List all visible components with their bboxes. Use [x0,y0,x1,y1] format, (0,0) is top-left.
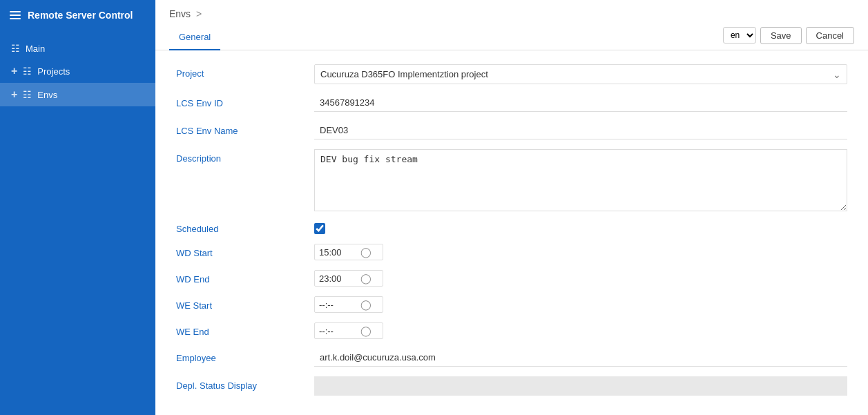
projects-icon: ☷ [23,66,32,77]
scheduled-row: Scheduled [176,223,847,234]
breadcrumb-envs: Envs [169,8,191,19]
we-start-label: WE Start [176,296,314,311]
sidebar-nav: ☷ Main + ☷ Projects + ☷ Envs [0,30,155,113]
lcs-env-id-row: LCS Env ID [176,94,847,112]
form-area: Project ⌄ LCS Env ID LCS Env Name D [155,50,868,415]
sidebar-item-label-projects: Projects [37,66,70,77]
main-content: Envs > General en de fr Save Cancel Proj… [155,0,868,415]
wd-end-field: ◯ [314,270,847,287]
envs-icon: ☷ [23,89,32,100]
page-header: Envs > [155,0,868,25]
project-chevron-icon[interactable]: ⌄ [827,69,847,80]
main-icon: ☷ [11,43,20,54]
description-row: Description [176,149,847,213]
sidebar-item-label-main: Main [26,44,45,54]
depl-status-display [314,376,847,396]
add-projects-icon: + [11,65,17,77]
project-input[interactable] [315,65,827,84]
wd-start-wrapper: ◯ [314,244,383,260]
we-end-input[interactable] [319,326,360,336]
we-end-row: WE End ◯ [176,322,847,339]
project-label: Project [176,64,314,79]
description-textarea[interactable] [314,149,847,211]
depl-status-field [314,376,847,396]
lcs-env-id-input[interactable] [314,94,847,112]
lcs-env-name-field [314,122,847,139]
app-title: Remote Server Control [28,10,133,21]
we-start-wrapper: ◯ [314,296,383,313]
employee-field [314,349,847,367]
tabs-bar: General en de fr Save Cancel [155,25,868,50]
depl-status-row: Depl. Status Display [176,376,847,396]
we-end-wrapper: ◯ [314,322,383,339]
lcs-env-name-label: LCS Env Name [176,122,314,136]
wd-start-row: WD Start ◯ [176,244,847,260]
cancel-button[interactable]: Cancel [806,27,854,44]
we-start-row: WE Start ◯ [176,296,847,313]
wd-end-row: WD End ◯ [176,270,847,287]
description-label: Description [176,149,314,164]
project-row: Project ⌄ [176,64,847,84]
employee-label: Employee [176,349,314,363]
sidebar-item-projects[interactable]: + ☷ Projects [0,59,155,83]
wd-start-input[interactable] [319,247,360,258]
hamburger-icon[interactable] [10,11,21,19]
sidebar-item-main[interactable]: ☷ Main [0,37,155,59]
we-end-label: WE End [176,322,314,337]
sidebar: Remote Server Control ☷ Main + ☷ Project… [0,0,155,415]
project-select-wrapper: ⌄ [314,64,847,84]
we-start-input[interactable] [319,300,360,310]
employee-input[interactable] [314,349,847,367]
scheduled-checkbox[interactable] [314,223,325,234]
project-field: ⌄ [314,64,847,84]
sidebar-item-label-envs: Envs [37,90,57,100]
sidebar-header: Remote Server Control [0,0,155,30]
lcs-env-name-input[interactable] [314,122,847,139]
lcs-env-name-row: LCS Env Name [176,122,847,139]
wd-end-input[interactable] [319,273,360,284]
tab-actions: en de fr Save Cancel [723,27,854,48]
language-select[interactable]: en de fr [723,27,756,44]
lcs-env-id-field [314,94,847,112]
we-end-field: ◯ [314,322,847,339]
depl-status-label: Depl. Status Display [176,376,314,391]
breadcrumb-sep: > [196,8,202,19]
add-envs-icon: + [11,88,17,101]
wd-end-clock-icon[interactable]: ◯ [360,273,372,284]
wd-end-label: WD End [176,270,314,284]
wd-start-clock-icon[interactable]: ◯ [360,247,372,258]
we-start-clock-icon[interactable]: ◯ [360,299,372,310]
wd-end-wrapper: ◯ [314,270,383,287]
wd-start-label: WD Start [176,244,314,258]
breadcrumb: Envs > [169,8,854,19]
tab-general[interactable]: General [169,25,220,50]
we-start-field: ◯ [314,296,847,313]
scheduled-label: Scheduled [176,224,314,234]
we-end-clock-icon[interactable]: ◯ [360,325,372,336]
description-field [314,149,847,213]
wd-start-field: ◯ [314,244,847,260]
employee-row: Employee [176,349,847,367]
save-button[interactable]: Save [760,27,802,44]
sidebar-item-envs[interactable]: + ☷ Envs [0,83,155,106]
lcs-env-id-label: LCS Env ID [176,94,314,108]
